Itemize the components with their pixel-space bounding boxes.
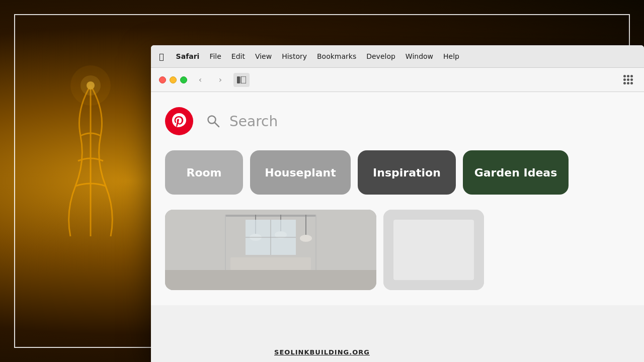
category-chip-room[interactable]: Room	[165, 150, 243, 195]
svg-rect-16	[230, 257, 311, 270]
bookmarks-menu[interactable]: Bookmarks	[317, 52, 356, 60]
svg-rect-8	[225, 215, 316, 217]
pinterest-header: Search	[165, 107, 630, 135]
window-menu[interactable]: Window	[406, 52, 433, 60]
develop-menu[interactable]: Develop	[366, 52, 395, 60]
pinterest-p-icon	[171, 112, 187, 130]
search-icon	[203, 111, 223, 131]
sidebar-toggle-button[interactable]	[233, 73, 250, 87]
svg-rect-15	[165, 270, 376, 290]
svg-line-6	[215, 123, 219, 127]
category-chips: Room Houseplant Inspiration Garden Ideas	[165, 150, 630, 195]
svg-rect-23	[393, 220, 474, 280]
edit-menu[interactable]: Edit	[231, 52, 245, 60]
search-placeholder-text: Search	[229, 113, 278, 130]
category-chip-houseplant[interactable]: Houseplant	[250, 150, 351, 195]
safari-window:  Safari File Edit View History Bookmark…	[151, 45, 644, 362]
help-menu[interactable]: Help	[443, 52, 459, 60]
browser-content: Search Room Houseplant Inspiration Garde…	[151, 92, 644, 305]
kitchen-illustration	[165, 210, 376, 290]
kitchen-image	[165, 210, 376, 290]
forward-button[interactable]: ›	[213, 73, 227, 87]
category-chip-inspiration[interactable]: Inspiration	[358, 150, 456, 195]
view-menu[interactable]: View	[255, 52, 272, 60]
pinterest-logo[interactable]	[165, 107, 193, 135]
maximize-button[interactable]	[180, 76, 187, 83]
apple-menu[interactable]: 	[159, 52, 164, 61]
category-chip-garden[interactable]: Garden Ideas	[463, 150, 569, 195]
watermark: SEOLINKBUILDING.ORG	[274, 348, 370, 356]
safari-menu[interactable]: Safari	[176, 52, 200, 60]
back-button[interactable]: ‹	[193, 73, 207, 87]
side-image	[383, 210, 484, 290]
grid-dots-icon	[623, 75, 633, 84]
close-button[interactable]	[159, 76, 166, 83]
svg-point-2	[70, 65, 111, 106]
main-image-card	[165, 210, 376, 290]
menu-bar:  Safari File Edit View History Bookmark…	[151, 45, 644, 68]
traffic-lights	[159, 76, 187, 83]
sidebar-icon	[237, 76, 246, 83]
grid-menu-button[interactable]	[620, 72, 636, 88]
content-images	[165, 210, 630, 290]
side-image-card	[383, 210, 484, 290]
svg-rect-4	[241, 76, 246, 83]
history-menu[interactable]: History	[282, 52, 307, 60]
search-bar[interactable]: Search	[203, 111, 278, 131]
search-magnifier-icon	[206, 114, 220, 128]
file-menu[interactable]: File	[209, 52, 221, 60]
svg-point-14	[300, 235, 312, 242]
toolbar: ‹ ›	[151, 68, 644, 92]
svg-rect-3	[237, 76, 240, 83]
minimize-button[interactable]	[170, 76, 177, 83]
bg-decoration	[40, 60, 141, 261]
